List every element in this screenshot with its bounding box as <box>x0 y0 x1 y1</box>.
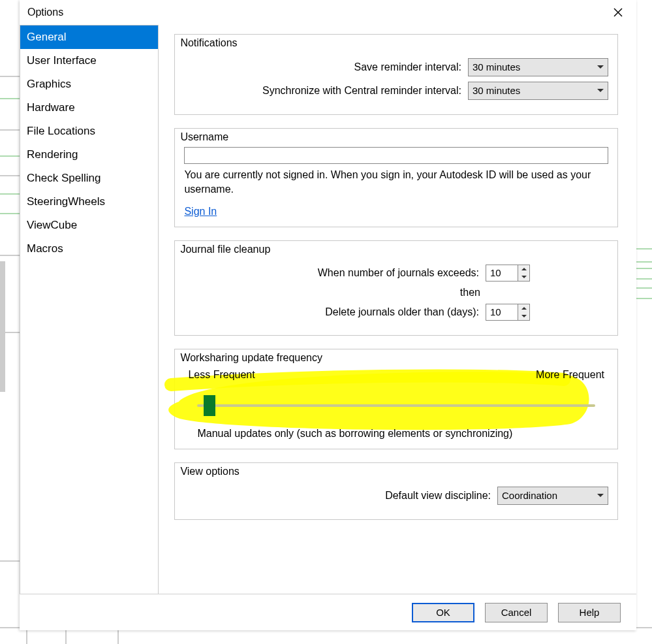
sidebar-item-user-interface[interactable]: User Interface <box>20 49 158 72</box>
username-legend: Username <box>180 131 228 143</box>
sidebar-item-steeringwheels[interactable]: SteeringWheels <box>20 190 158 214</box>
view-options-legend: View options <box>180 466 239 477</box>
journal-exceeds-input[interactable] <box>486 265 518 282</box>
sidebar-item-hardware[interactable]: Hardware <box>20 96 158 120</box>
journal-legend: Journal file cleanup <box>180 244 270 255</box>
ws-less-label: Less Frequent <box>188 369 255 381</box>
journal-older-input[interactable] <box>486 304 518 321</box>
sidebar-item-rendering[interactable]: Rendering <box>20 143 158 167</box>
dialog-footer: OK Cancel Help <box>20 594 636 630</box>
help-button[interactable]: Help <box>558 603 621 622</box>
ws-description: Manual updates only (such as borrowing e… <box>197 428 608 440</box>
worksharing-legend: Worksharing update frequency <box>180 352 322 364</box>
notifications-legend: Notifications <box>180 37 237 49</box>
username-input[interactable] <box>184 147 608 164</box>
chevron-down-icon <box>597 65 604 69</box>
close-button[interactable] <box>605 3 631 22</box>
save-reminder-value: 30 minutes <box>473 61 520 72</box>
ws-more-label: More Frequent <box>536 369 604 381</box>
spinner-up-icon[interactable] <box>518 265 529 273</box>
view-options-group: View options Default view discipline: Co… <box>174 462 618 520</box>
spinner-down-icon[interactable] <box>518 312 529 320</box>
sidebar-item-check-spelling[interactable]: Check Spelling <box>20 167 158 190</box>
category-sidebar: General User Interface Graphics Hardware… <box>20 25 159 594</box>
window-title: Options <box>27 7 63 18</box>
cancel-button[interactable]: Cancel <box>485 603 548 622</box>
username-group: Username You are currently not signed in… <box>174 128 618 227</box>
options-dialog: Options General User Interface Graphics … <box>20 0 636 630</box>
journal-then-label: then <box>460 287 480 298</box>
sync-reminder-value: 30 minutes <box>473 85 520 96</box>
view-discipline-value: Coordination <box>502 490 557 501</box>
settings-content: Notifications Save reminder interval: 30… <box>159 25 636 594</box>
sidebar-item-graphics[interactable]: Graphics <box>20 72 158 96</box>
view-discipline-label: Default view discipline: <box>385 490 491 502</box>
journal-group: Journal file cleanup When number of jour… <box>174 240 618 336</box>
chevron-down-icon <box>597 89 604 92</box>
sync-reminder-combo[interactable]: 30 minutes <box>468 82 608 100</box>
view-discipline-combo[interactable]: Coordination <box>497 487 608 505</box>
sidebar-item-macros[interactable]: Macros <box>20 237 158 261</box>
chevron-down-icon <box>597 494 604 497</box>
sync-reminder-label: Synchronize with Central reminder interv… <box>262 85 461 97</box>
sidebar-item-viewcube[interactable]: ViewCube <box>20 214 158 237</box>
ws-slider-thumb[interactable] <box>204 395 215 416</box>
sidebar-item-file-locations[interactable]: File Locations <box>20 120 158 143</box>
journal-exceeds-label: When number of journals exceeds: <box>318 267 479 279</box>
spinner-up-icon[interactable] <box>518 304 529 312</box>
save-reminder-combo[interactable]: 30 minutes <box>468 58 608 76</box>
journal-exceeds-spinner[interactable] <box>486 265 530 282</box>
sidebar-item-general[interactable]: General <box>20 25 158 49</box>
ok-button[interactable]: OK <box>412 603 474 622</box>
journal-older-label: Delete journals older than (days): <box>325 306 479 318</box>
save-reminder-label: Save reminder interval: <box>354 61 461 73</box>
username-note: You are currently not signed in. When yo… <box>184 168 608 197</box>
spinner-down-icon[interactable] <box>518 273 529 281</box>
worksharing-group: Worksharing update frequency Less Freque… <box>174 349 618 449</box>
journal-older-spinner[interactable] <box>486 304 530 321</box>
ws-slider-track[interactable] <box>197 404 595 407</box>
close-icon <box>613 8 623 17</box>
notifications-group: Notifications Save reminder interval: 30… <box>174 34 618 115</box>
sign-in-link[interactable]: Sign In <box>184 206 217 217</box>
titlebar: Options <box>20 0 636 25</box>
